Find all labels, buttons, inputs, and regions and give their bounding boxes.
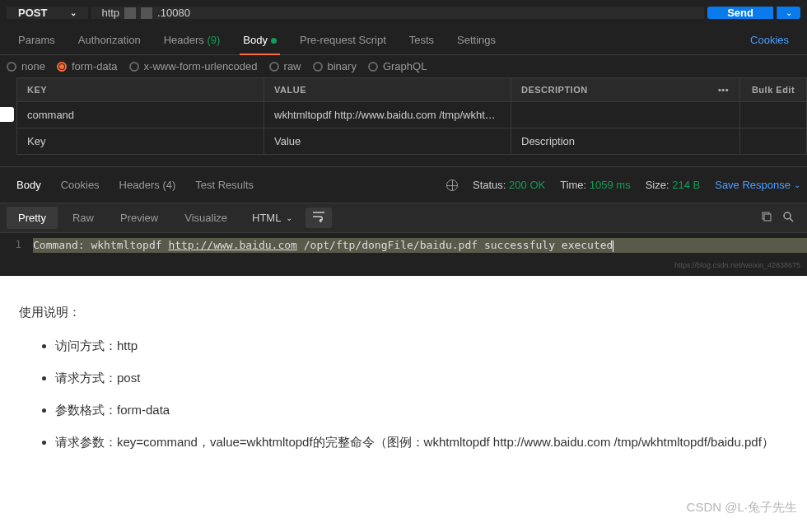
resp-tab-body[interactable]: Body [7,174,51,196]
tab-params[interactable]: Params [7,26,67,54]
tab-tests[interactable]: Tests [398,26,445,54]
table-row: command wkhtmltopdf http://www.baidu.com… [16,102,807,128]
table-header: KEY VALUE DESCRIPTION ••• Bulk Edit [16,77,807,102]
svg-rect-1 [764,214,771,221]
watermark: https://blog.csdn.net/weixin_42838675 [0,258,807,276]
doc-title: 使用说明： [19,301,788,323]
url-prefix: http [101,7,119,19]
table-row-empty: Key Value Description [16,128,807,155]
view-visualize[interactable]: Visualize [173,207,239,229]
method-label: POST [18,7,47,19]
postman-panel: POST ⌄ http .10080 Send ⌄ Params Authori… [0,0,807,276]
method-selector[interactable]: POST ⌄ [7,7,88,19]
request-row: POST ⌄ http .10080 Send ⌄ [0,0,807,26]
status-block: Status: 200 OK [473,179,545,191]
value-input[interactable]: Value [264,128,511,154]
globe-icon[interactable] [446,180,458,191]
request-tabs: Params Authorization Headers (9) Body Pr… [0,26,807,55]
wrap-lines-button[interactable] [306,208,332,228]
row-checkbox[interactable] [0,107,14,122]
list-item: 参数格式：form-data [55,399,788,421]
viewer-actions [761,211,800,225]
opt-formdata[interactable]: form-data [57,60,118,72]
send-button[interactable]: Send [707,7,773,19]
size-block: Size: 214 B [646,179,701,191]
tab-prerequest[interactable]: Pre-request Script [288,26,398,54]
language-selector[interactable]: HTML ⌄ [242,207,302,229]
cell-key[interactable]: command [17,102,264,128]
opt-binary[interactable]: binary [313,60,357,72]
radio-icon [269,62,279,72]
redacted-block [141,7,152,19]
chevron-down-icon: ⌄ [70,8,77,17]
search-icon[interactable] [782,211,794,225]
formdata-table: KEY VALUE DESCRIPTION ••• Bulk Edit comm… [16,77,807,155]
redacted-block [124,7,136,19]
response-tabs: Body Cookies Headers (4) Test Results St… [0,166,807,203]
chevron-down-icon: ⌄ [794,180,800,189]
tab-body[interactable]: Body [231,26,288,54]
view-pretty[interactable]: Pretty [7,207,58,229]
response-status: Status: 200 OK Time: 1059 ms Size: 214 B… [446,179,800,191]
view-preview[interactable]: Preview [109,207,170,229]
body-type-options: none form-data x-www-form-urlencoded raw… [0,55,807,77]
bulk-edit-button[interactable]: Bulk Edit [740,78,806,101]
chevron-down-icon: ⌄ [286,213,292,222]
th-key: KEY [17,78,264,101]
chevron-down-icon: ⌄ [786,8,792,17]
tab-settings[interactable]: Settings [445,26,507,54]
tab-authorization[interactable]: Authorization [67,26,152,54]
radio-icon [368,62,378,72]
viewer-bar: Pretty Raw Preview Visualize HTML ⌄ [0,203,807,233]
desc-input[interactable]: Description [511,128,707,154]
th-desc: DESCRIPTION [511,78,707,101]
list-item: 访问方式：http [55,334,788,357]
time-block: Time: 1059 ms [560,179,631,191]
doc-list: 访问方式：http 请求方式：post 参数格式：form-data 请求参数：… [19,334,788,453]
radio-icon [313,62,323,72]
list-item: 请求方式：post [55,366,788,389]
text-cursor [613,240,613,252]
opt-none[interactable]: none [7,60,45,72]
copy-icon[interactable] [761,211,772,225]
resp-tab-headers[interactable]: Headers (4) [110,174,186,196]
resp-tab-cookies[interactable]: Cookies [51,174,110,196]
view-raw[interactable]: Raw [61,207,105,229]
opt-graphql[interactable]: GraphQL [368,60,427,72]
th-value: VALUE [264,78,511,101]
opt-raw[interactable]: raw [269,60,301,72]
resp-tab-testresults[interactable]: Test Results [185,174,264,196]
line-content: Command: wkhtmltopdf http://www.baidu.co… [33,238,807,253]
save-response-button[interactable]: Save Response ⌄ [715,179,800,191]
radio-icon [7,62,16,72]
code-line: 1 Command: wkhtmltopdf http://www.baidu.… [0,238,807,253]
cell-desc[interactable] [511,102,707,128]
documentation: 使用说明： 访问方式：http 请求方式：post 参数格式：form-data… [0,276,807,488]
send-dropdown[interactable]: ⌄ [777,7,800,19]
opt-xwww[interactable]: x-www-form-urlencoded [129,60,258,72]
more-button[interactable]: ••• [707,78,740,101]
url-suffix: .10080 [157,7,190,19]
url-input[interactable]: http .10080 [91,7,704,19]
line-number: 1 [0,238,33,253]
list-item: 请求参数：key=command，value=wkhtmltopdf的完整命令（… [55,431,788,453]
tab-headers[interactable]: Headers (9) [152,26,232,54]
radio-selected-icon [57,62,67,72]
svg-line-3 [790,218,793,222]
cookies-link[interactable]: Cookies [739,26,800,54]
response-body[interactable]: 1 Command: wkhtmltopdf http://www.baidu.… [0,233,807,258]
svg-point-2 [784,212,791,219]
radio-icon [129,62,139,72]
key-input[interactable]: Key [17,128,264,154]
modified-dot-icon [271,38,277,44]
cell-value[interactable]: wkhtmltopdf http://www.baidu.com /tmp/wk… [264,102,511,128]
